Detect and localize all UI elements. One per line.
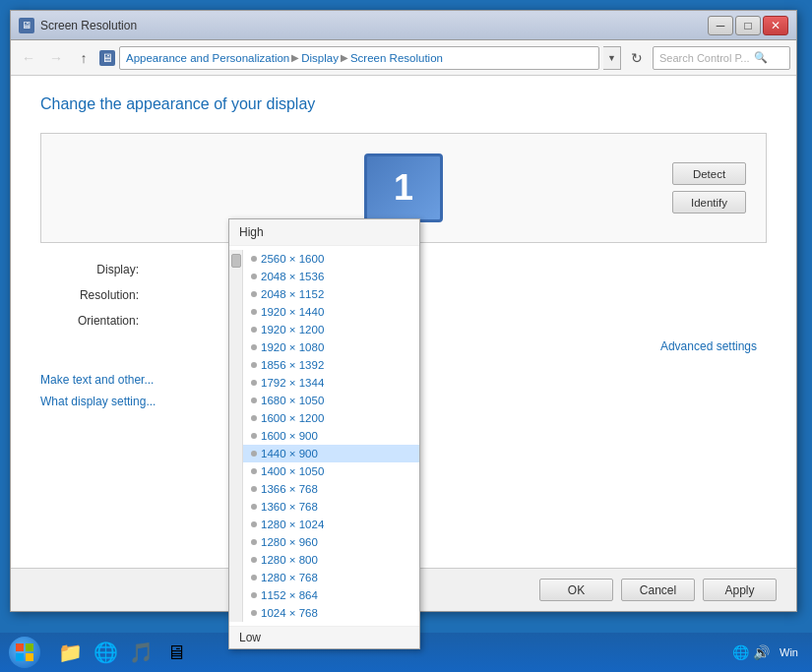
search-box[interactable]: Search Control P... 🔍 (653, 46, 790, 70)
item-dot (251, 451, 257, 457)
svg-rect-2 (16, 653, 24, 661)
resolution-label-17: 1280 × 800 (261, 554, 318, 566)
minimize-button[interactable]: ─ (708, 16, 733, 35)
refresh-button[interactable]: ↻ (625, 46, 649, 70)
forward-button[interactable]: → (44, 46, 68, 70)
close-button[interactable]: ✕ (763, 16, 788, 35)
dropdown-track: 2560 × 16002048 × 15362048 × 11521920 × … (229, 246, 419, 626)
resolution-item-7[interactable]: 1792 × 1344 (243, 374, 419, 392)
resolution-label-3: 1920 × 1440 (261, 306, 324, 318)
search-icon: 🔍 (754, 51, 768, 64)
resolution-item-11[interactable]: 1440 × 900 (243, 445, 419, 462)
svg-rect-3 (26, 653, 33, 661)
advanced-settings-link[interactable]: Advanced settings (660, 339, 757, 353)
cancel-button[interactable]: Cancel (621, 579, 695, 601)
taskbar-explorer-icon[interactable]: 📁 (53, 637, 87, 668)
resolution-label-5: 1920 × 1080 (261, 341, 324, 353)
resolution-label-2: 2048 × 1152 (261, 288, 324, 300)
item-dot (251, 256, 257, 262)
windows-logo-icon (16, 643, 33, 661)
resolution-item-10[interactable]: 1600 × 900 (243, 427, 419, 445)
resolution-item-15[interactable]: 1280 × 1024 (243, 516, 419, 533)
resolution-item-8[interactable]: 1680 × 1050 (243, 392, 419, 409)
path-sep-2: ▶ (341, 52, 348, 63)
resolution-item-0[interactable]: 2560 × 1600 (243, 250, 419, 268)
item-dot (251, 504, 257, 510)
ok-button[interactable]: OK (539, 579, 613, 601)
resolution-item-14[interactable]: 1360 × 768 (243, 498, 419, 516)
dropdown-scrollbar[interactable] (229, 250, 243, 622)
path-display[interactable]: Display (301, 52, 339, 64)
taskbar-display-icon[interactable]: 🖥 (159, 637, 193, 668)
resolution-item-19[interactable]: 1152 × 864 (243, 586, 419, 604)
apply-button[interactable]: Apply (703, 579, 777, 601)
start-button[interactable] (0, 633, 49, 672)
resolution-label-4: 1920 × 1200 (261, 324, 324, 336)
monitor-number: 1 (394, 167, 413, 209)
display-label: Display: (40, 263, 139, 276)
address-dropdown[interactable]: ▼ (603, 46, 621, 70)
resolution-item-12[interactable]: 1400 × 1050 (243, 462, 419, 480)
identify-button[interactable]: Identify (672, 191, 746, 214)
item-dot (251, 486, 257, 492)
restore-button[interactable]: □ (735, 16, 761, 35)
taskbar-ie-icon[interactable]: 🌐 (89, 637, 122, 668)
item-dot (251, 397, 257, 403)
detect-button[interactable]: Detect (672, 162, 746, 185)
resolution-item-13[interactable]: 1366 × 768 (243, 480, 419, 498)
orientation-label: Orientation: (40, 314, 139, 328)
clock[interactable]: Win (774, 644, 804, 660)
resolution-item-4[interactable]: 1920 × 1200 (243, 321, 419, 338)
search-placeholder: Search Control P... (659, 52, 750, 64)
start-orb[interactable] (9, 637, 40, 668)
page-title: Change the appearance of your display (40, 95, 767, 113)
item-dot (251, 309, 257, 315)
resolution-label: Resolution: (40, 288, 139, 302)
svg-rect-0 (16, 643, 24, 651)
resolution-item-18[interactable]: 1280 × 768 (243, 569, 419, 586)
taskbar-right: 🌐 🔊 Win (732, 644, 812, 660)
resolution-item-2[interactable]: 2048 × 1152 (243, 285, 419, 303)
tray-volume-icon[interactable]: 🔊 (753, 644, 770, 660)
back-button[interactable]: ← (17, 46, 40, 70)
what-display-link[interactable]: What display setting... (40, 395, 156, 408)
item-dot (251, 433, 257, 439)
item-dot (251, 592, 257, 598)
address-path[interactable]: Appearance and Personalization ▶ Display… (119, 46, 599, 70)
monitor-icon: 1 (364, 153, 443, 222)
resolution-item-5[interactable]: 1920 × 1080 (243, 338, 419, 356)
resolution-label-20: 1024 × 768 (261, 607, 318, 619)
item-dot (251, 362, 257, 368)
resolution-dropdown: High 2560 × 16002048 × 15362048 × 115219… (228, 218, 420, 649)
item-dot (251, 327, 257, 333)
resolution-item-16[interactable]: 1280 × 960 (243, 533, 419, 551)
resolution-label-7: 1792 × 1344 (261, 377, 324, 389)
item-dot (251, 380, 257, 386)
path-appearance[interactable]: Appearance and Personalization (126, 52, 289, 64)
make-text-link[interactable]: Make text and other... (40, 373, 154, 387)
item-dot (251, 610, 257, 616)
tray-network-icon[interactable]: 🌐 (732, 644, 749, 660)
title-bar: 🖥 Screen Resolution ─ □ ✕ (11, 11, 796, 40)
monitor-buttons: Detect Identify (672, 162, 746, 214)
dropdown-header: High (229, 219, 419, 246)
item-dot (251, 291, 257, 297)
path-resolution[interactable]: Screen Resolution (350, 52, 443, 64)
window-icon: 🖥 (19, 18, 34, 33)
resolution-label-18: 1280 × 768 (261, 572, 318, 583)
item-dot (251, 415, 257, 421)
resolution-item-3[interactable]: 1920 × 1440 (243, 303, 419, 321)
resolution-label-8: 1680 × 1050 (261, 395, 324, 406)
resolution-item-9[interactable]: 1600 × 1200 (243, 409, 419, 427)
resolution-item-1[interactable]: 2048 × 1536 (243, 268, 419, 285)
resolution-item-17[interactable]: 1280 × 800 (243, 551, 419, 569)
dropdown-footer: Low (229, 626, 419, 648)
resolution-label-16: 1280 × 960 (261, 536, 318, 548)
resolution-item-20[interactable]: 1024 × 768 (243, 604, 419, 622)
taskbar-media-icon[interactable]: 🎵 (124, 637, 157, 668)
resolution-label-0: 2560 × 1600 (261, 253, 324, 265)
resolution-item-6[interactable]: 1856 × 1392 (243, 356, 419, 374)
scroll-thumb (231, 254, 241, 268)
item-dot (251, 521, 257, 527)
up-button[interactable]: ↑ (72, 46, 95, 70)
